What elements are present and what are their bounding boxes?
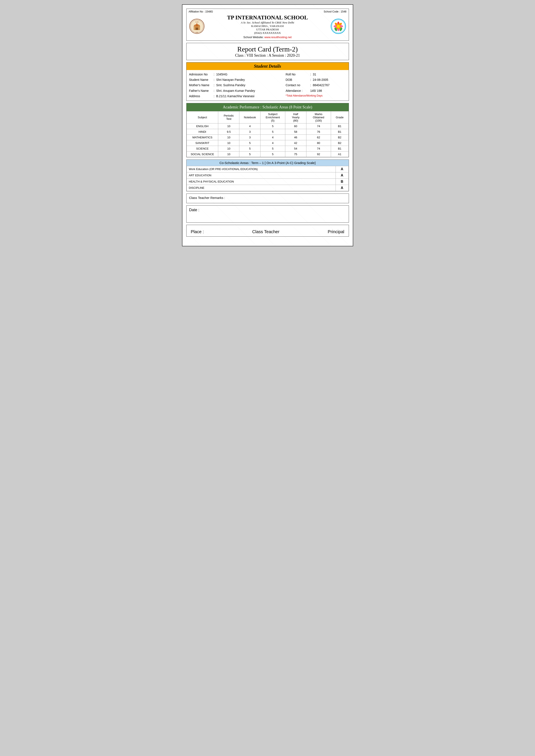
cell-half: 75 — [285, 151, 306, 157]
affiliation-number: Affiliation No : 1548G — [189, 10, 213, 13]
svg-text:दिल्ली: दिल्ली — [196, 32, 198, 33]
cell-grade: B1 — [331, 129, 349, 134]
right-logo — [330, 18, 346, 35]
cell-half: 60 — [285, 123, 306, 129]
cell-grade: B1 — [331, 146, 349, 151]
col-marks: MarksObtained(100) — [306, 111, 331, 123]
svg-text:केन्द्रीय: केन्द्रीय — [195, 21, 198, 23]
mother-name-row: Mother's Name : Smt. Sushma Pandey — [189, 83, 286, 88]
cell-notebook: 5 — [239, 151, 261, 157]
list-item: HEALTH & PHYSICAL EDUCATION B — [186, 178, 349, 185]
col-notebook: Notebook — [239, 111, 261, 123]
svg-point-22 — [338, 22, 339, 23]
report-title-section: Report Card (Term-2) Class : VIII Sectio… — [186, 43, 349, 60]
cell-notebook: 4 — [239, 123, 261, 129]
left-logo: दिल्ली केन्द्रीय — [189, 18, 205, 35]
cell-subject: HINDI — [186, 129, 218, 134]
cell-enrichment: 5 — [261, 151, 285, 157]
student-name-row: Student Name : Shri Narayan Pandey — [189, 77, 286, 83]
academic-header: Academic Performance : Scholastic Areas … — [186, 103, 349, 111]
cell-marks: 80 — [306, 140, 331, 146]
address-value: B.21/11 Kamachha Varanasi — [216, 94, 254, 99]
roll-value: 31 — [313, 72, 316, 77]
cell-periodic: 10 — [218, 146, 239, 151]
address-label: Address — [189, 94, 213, 99]
coscholastic-section: Co-Scholastic Areas : Term – 1 [ On A 3-… — [186, 159, 349, 191]
coscholastic-grade: B — [336, 178, 349, 185]
table-row: SOCIAL SCIENCE 10 5 5 75 92 A1 — [186, 151, 349, 157]
attendance-value: 145/ 198 — [310, 88, 322, 94]
report-subtitle: Class : VIII Section : A Session : 2020-… — [189, 53, 347, 58]
mother-label: Mother's Name — [189, 83, 213, 88]
father-name-row: Father's Name : Shri. Anupam Kumar Pande… — [189, 88, 286, 94]
table-row: ENGLISH 10 4 5 60 74 B1 — [186, 123, 349, 129]
cell-periodic: 10 — [218, 151, 239, 157]
address-row: Address : B.21/11 Kamachha Varanasi — [189, 94, 286, 99]
col-half: HalfYearly(80) — [285, 111, 306, 123]
principal-label: Principal — [328, 229, 344, 234]
cell-marks: 62 — [306, 134, 331, 140]
page-content: Affiliation No : 1548G School Code : 154… — [186, 9, 349, 237]
student-label: Student Name — [189, 77, 213, 83]
table-row: MATHEMATICS 10 3 4 46 62 B2 — [186, 134, 349, 140]
school-name: TP INTERNATIONAL SCHOOL — [207, 14, 328, 21]
cell-subject: SOCIAL SCIENCE — [186, 151, 218, 157]
website-url[interactable]: www.resulthosting.net — [265, 36, 292, 39]
mother-value: Smt. Sushma Pandey — [216, 83, 245, 88]
admission-label: Admission No — [189, 72, 213, 77]
dob-value: 24-06-2005 — [313, 77, 328, 83]
cell-half: 46 — [285, 134, 306, 140]
cell-enrichment: 4 — [261, 140, 285, 146]
student-details-left: Admission No : 1045HG Student Name : Shr… — [189, 72, 286, 99]
svg-rect-3 — [196, 28, 198, 30]
coscholastic-label: DISCIPLINE — [186, 185, 336, 191]
cell-grade: B1 — [331, 123, 349, 129]
cell-grade: B2 — [331, 140, 349, 146]
roll-label: Roll No — [286, 72, 309, 77]
cell-periodic: 10 — [218, 140, 239, 146]
coscholastic-grade: A — [336, 185, 349, 191]
place-label: Place : — [191, 229, 204, 234]
contact-value: 8840422767 — [313, 83, 329, 88]
coscholastic-label: Work Education (OR PRE-VOCATIONAL EDUCAT… — [186, 166, 336, 172]
coscholastic-label: ART EDUCATION — [186, 172, 336, 178]
academic-section: Academic Performance : Scholastic Areas … — [186, 103, 349, 157]
list-item: Work Education (OR PRE-VOCATIONAL EDUCAT… — [186, 166, 349, 172]
table-row: SANSKRIT 10 5 4 42 80 B2 — [186, 140, 349, 146]
contact-row: Contact no : 8840422767 — [286, 83, 346, 88]
attendance-label: Attendance : — [286, 88, 309, 94]
admission-row: Admission No : 1045HG — [189, 72, 286, 77]
cell-enrichment: 5 — [261, 129, 285, 134]
cell-half: 42 — [285, 140, 306, 146]
school-code: School Code : 1548 — [324, 10, 346, 13]
student-details-right: Roll No : 31 DOB : 24-06-2005 Contact no… — [286, 72, 346, 99]
dob-row: DOB : 24-06-2005 — [286, 77, 346, 83]
report-card-page: Result Hosting TM Result Hosting TM Resu… — [182, 4, 353, 246]
header-section: Affiliation No : 1548G School Code : 154… — [186, 9, 349, 41]
col-grade: Grade — [331, 111, 349, 123]
svg-point-20 — [337, 25, 340, 28]
father-label: Father's Name — [189, 88, 213, 94]
cell-enrichment: 5 — [261, 123, 285, 129]
school-address-line1: KAMACHHA , VARANASI — [207, 24, 328, 28]
father-value: Shri. Anupam Kumar Pandey — [216, 88, 255, 94]
school-website: School Website: www.resulthosting.net — [207, 36, 328, 39]
date-section: Date : — [186, 205, 349, 223]
cell-notebook: 5 — [239, 140, 261, 146]
col-periodic: PeriodicTest — [218, 111, 239, 123]
cell-enrichment: 4 — [261, 134, 285, 140]
cell-notebook: 3 — [239, 134, 261, 140]
svg-rect-7 — [199, 27, 199, 30]
school-address-line2: UTTAR PRADESH — [207, 28, 328, 31]
attendance-row: Attendance : 145/ 198 — [286, 88, 346, 94]
cell-periodic: 9.5 — [218, 129, 239, 134]
cell-marks: 74 — [306, 123, 331, 129]
remarks-section: Class Teacher Remarks : — [186, 194, 349, 203]
cell-notebook: 3 — [239, 129, 261, 134]
coscholastic-grade: A — [336, 166, 349, 172]
school-tagline: A Sr. Sec. School Affiliated To CBSE New… — [207, 21, 328, 24]
dob-label: DOB — [286, 77, 309, 83]
signatures-section: Place : Class Teacher Principal — [186, 225, 349, 237]
student-details-header: Student Details — [186, 63, 349, 70]
col-subject: Subject — [186, 111, 218, 123]
